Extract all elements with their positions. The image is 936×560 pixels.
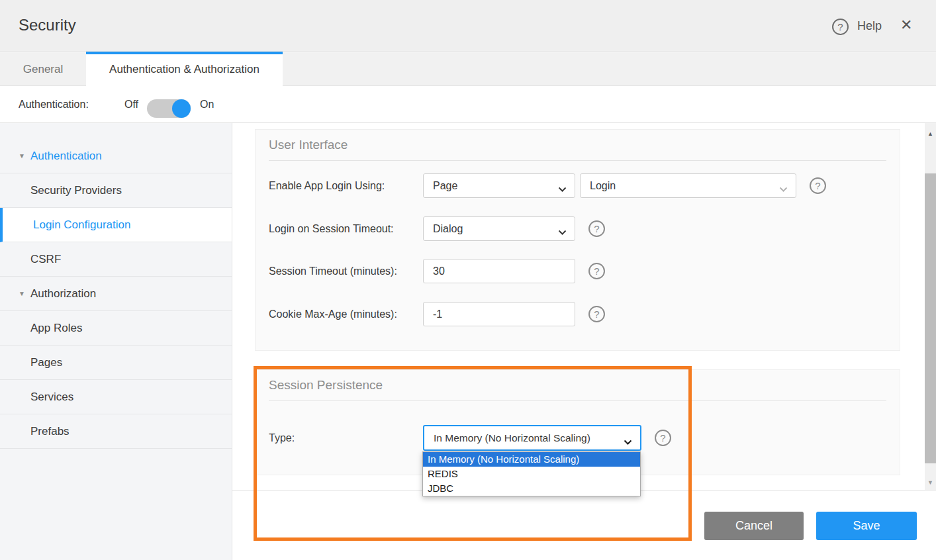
enable-app-login-row: Enable App Login Using: Page Login ? [256,173,900,198]
help-icon[interactable]: ? [588,263,605,279]
session-persistence-type-select[interactable]: In Memory (No Horizontal Scaling) [423,425,641,451]
scroll-up-icon[interactable]: ▲ [925,128,936,140]
authentication-toggle-row: Authentication: Off On [0,86,936,123]
enable-app-login-select[interactable]: Page [423,173,575,198]
chevron-down-icon [624,436,632,448]
dropdown-option-redis[interactable]: REDIS [423,467,640,481]
save-button[interactable]: Save [816,512,917,540]
login-on-session-timeout-row: Login on Session Timeout: Dialog ? [256,216,900,241]
login-page-select[interactable]: Login [580,173,796,198]
sidebar-section-label: Authorization [30,287,96,300]
sidebar-item-login-configuration[interactable]: Login Configuration [0,208,232,242]
sidebar-item-csrf[interactable]: CSRF [0,242,232,277]
sidebar-section-authentication[interactable]: ▼ Authentication [0,139,232,173]
toggle-off-label: Off [124,86,138,123]
help-icon[interactable]: ? [588,220,605,237]
field-label: Session Timeout (minutes): [269,259,397,283]
field-label: Cookie Max-Age (minutes): [269,302,397,326]
page-title: Security [19,16,76,34]
sidebar-item-security-providers[interactable]: Security Providers [0,173,232,208]
login-on-session-timeout-select[interactable]: Dialog [423,216,575,241]
help-icon[interactable]: ? [810,177,826,194]
user-interface-section: User Interface Enable App Login Using: P… [255,129,900,351]
caret-down-icon: ▼ [19,277,25,310]
cookie-max-age-row: Cookie Max-Age (minutes): ? [256,302,900,326]
dropdown-option-in-memory[interactable]: In Memory (No Horizontal Scaling) [423,452,640,467]
field-label: Enable App Login Using: [269,173,385,198]
help-icon[interactable]: ? [588,306,605,322]
chevron-down-icon [558,183,567,195]
sidebar-item-prefabs[interactable]: Prefabs [0,414,232,449]
select-value: Login [590,174,616,197]
help-icon[interactable]: ? [832,19,849,35]
section-title: User Interface [269,138,348,152]
authentication-toggle[interactable] [147,99,191,118]
toggle-knob [172,99,191,118]
tab-general[interactable]: General [0,52,86,86]
cookie-max-age-input[interactable] [423,302,575,326]
section-title: Session Persistence [269,378,383,393]
session-timeout-row: Session Timeout (minutes): ? [256,259,900,283]
session-persistence-type-row: Type: In Memory (No Horizontal Scaling) … [256,425,900,451]
chevron-down-icon [779,183,788,195]
dropdown-option-jdbc[interactable]: JDBC [423,481,640,496]
field-label: Login on Session Timeout: [269,216,394,241]
tab-authentication-authorization[interactable]: Authentication & Authorization [86,52,283,87]
sidebar-section-label: Authentication [30,150,102,162]
sidebar-section-authorization[interactable]: ▼ Authorization [0,277,232,311]
dialog-header: Security ? Help ✕ [0,0,936,52]
chevron-down-icon [558,226,567,238]
authentication-toggle-label: Authentication: [19,86,89,123]
scroll-down-icon[interactable]: ▼ [925,477,936,489]
divider [269,160,886,161]
sidebar-item-services[interactable]: Services [0,380,232,414]
cancel-button[interactable]: Cancel [704,512,804,540]
select-value: In Memory (No Horizontal Scaling) [434,426,590,449]
sidebar: ▼ Authentication Security Providers Logi… [0,123,232,560]
sidebar-item-pages[interactable]: Pages [0,346,232,380]
help-icon[interactable]: ? [655,430,671,446]
type-select-dropdown: In Memory (No Horizontal Scaling) REDIS … [422,451,641,496]
select-value: Dialog [433,217,463,240]
vertical-scrollbar[interactable]: ▲ ▼ [925,123,936,490]
help-link[interactable]: Help [857,19,882,33]
field-label: Type: [269,425,295,451]
security-dialog: Security ? Help ✕ General Authentication… [0,0,936,560]
caret-down-icon: ▼ [19,139,25,173]
sidebar-item-app-roles[interactable]: App Roles [0,311,232,346]
session-timeout-input[interactable] [423,259,575,283]
scrollbar-thumb[interactable] [925,173,936,463]
toggle-on-label: On [200,86,214,123]
select-value: Page [433,174,457,197]
divider [269,400,886,401]
close-icon[interactable]: ✕ [900,17,912,34]
